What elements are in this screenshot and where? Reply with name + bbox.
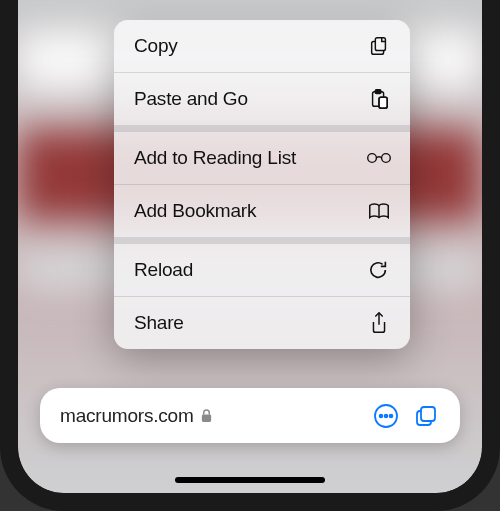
svg-point-9 [380,414,383,417]
menu-item-copy[interactable]: Copy [114,20,410,72]
menu-item-add-reading-list[interactable]: Add to Reading List [114,132,410,184]
menu-item-add-bookmark[interactable]: Add Bookmark [114,184,410,237]
svg-point-5 [368,154,377,163]
book-icon [366,199,392,223]
share-icon [366,311,392,335]
menu-item-label: Copy [134,35,178,57]
menu-separator [114,125,410,132]
menu-item-label: Add Bookmark [134,200,256,222]
copy-doc-icon [366,34,392,58]
svg-point-11 [390,414,393,417]
home-indicator[interactable] [175,477,325,483]
glasses-icon [366,146,392,170]
more-options-button[interactable] [366,396,406,436]
screen: Copy Paste and Go [18,0,482,493]
url-text: macrumors.com [60,405,194,427]
device-frame: Copy Paste and Go [0,0,500,511]
url-context-menu: Copy Paste and Go [114,20,410,349]
lock-icon [200,408,213,423]
svg-rect-7 [201,415,210,422]
menu-item-label: Add to Reading List [134,147,296,169]
svg-rect-3 [379,97,387,108]
svg-rect-0 [375,38,385,51]
menu-item-label: Reload [134,259,193,281]
svg-rect-12 [421,407,435,421]
tabs-button[interactable] [406,396,446,436]
menu-item-label: Paste and Go [134,88,248,110]
svg-point-6 [382,154,391,163]
url-field[interactable]: macrumors.com [60,405,366,427]
menu-separator [114,237,410,244]
menu-item-share[interactable]: Share [114,296,410,349]
menu-item-label: Share [134,312,184,334]
svg-rect-2 [375,90,381,94]
svg-point-10 [385,414,388,417]
paste-clipboard-icon [366,87,392,111]
reload-icon [366,258,392,282]
menu-item-reload[interactable]: Reload [114,244,410,296]
menu-item-paste-and-go[interactable]: Paste and Go [114,72,410,125]
bottom-url-bar: macrumors.com [40,388,460,443]
